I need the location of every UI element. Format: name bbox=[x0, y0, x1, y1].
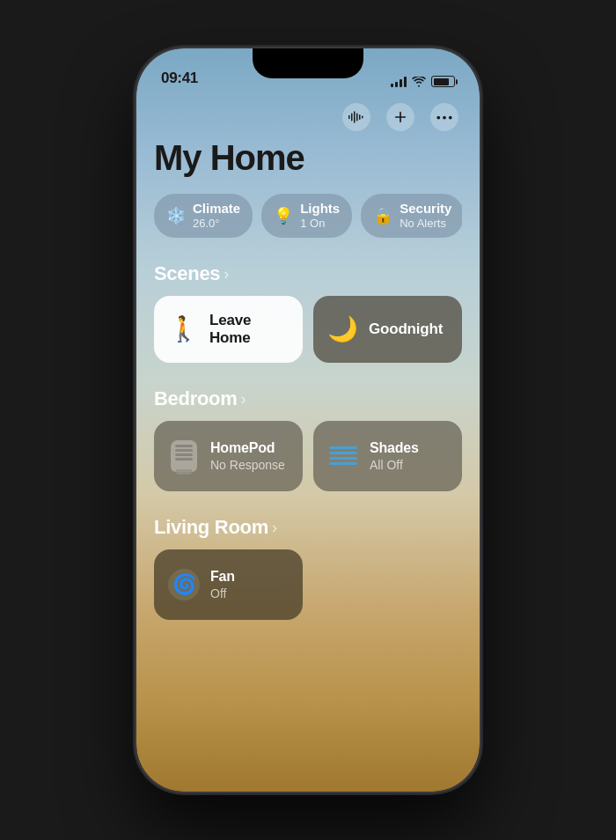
svg-point-8 bbox=[449, 115, 452, 119]
living-room-header[interactable]: Living Room › bbox=[154, 516, 462, 539]
content-area: My Home ❄️ Climate 26.0° 💡 Lights 1 On bbox=[136, 92, 480, 792]
page-title: My Home bbox=[154, 138, 462, 178]
homepod-card[interactable]: HomePod No Response bbox=[154, 421, 303, 491]
category-lights[interactable]: 💡 Lights 1 On bbox=[261, 194, 352, 238]
svg-point-7 bbox=[443, 115, 446, 119]
svg-rect-3 bbox=[356, 114, 358, 122]
fan-icon: 🌀 bbox=[168, 569, 200, 601]
lights-icon: 💡 bbox=[274, 206, 293, 225]
homepod-sub: No Response bbox=[210, 458, 285, 472]
bedroom-header[interactable]: Bedroom › bbox=[154, 387, 462, 410]
scenes-grid: 🚶 Leave Home 🌙 Goodnight bbox=[154, 296, 462, 363]
leave-home-icon: 🚶 bbox=[168, 314, 199, 343]
security-icon: 🔒 bbox=[373, 206, 392, 225]
signal-icon bbox=[391, 77, 407, 87]
notch bbox=[253, 48, 363, 78]
top-actions bbox=[154, 103, 462, 131]
shades-sub: All Off bbox=[370, 458, 419, 472]
climate-sub: 26.0° bbox=[193, 217, 240, 231]
living-room-title: Living Room bbox=[154, 516, 268, 539]
categories-row: ❄️ Climate 26.0° 💡 Lights 1 On 🔒 bbox=[154, 194, 462, 238]
bedroom-title: Bedroom bbox=[154, 387, 237, 410]
category-climate[interactable]: ❄️ Climate 26.0° bbox=[154, 194, 253, 238]
bedroom-grid: HomePod No Response bbox=[154, 421, 462, 491]
status-time: 09:41 bbox=[161, 70, 198, 87]
svg-rect-0 bbox=[348, 115, 350, 120]
fan-sub: Off bbox=[210, 586, 235, 601]
homepod-icon bbox=[168, 440, 200, 472]
climate-icon: ❄️ bbox=[166, 206, 186, 225]
add-button[interactable] bbox=[386, 103, 414, 131]
svg-rect-1 bbox=[351, 114, 353, 122]
leave-home-label: Leave Home bbox=[209, 312, 289, 347]
bedroom-chevron: › bbox=[240, 390, 246, 409]
scenes-chevron: › bbox=[224, 265, 229, 284]
category-security[interactable]: 🔒 Security No Alerts bbox=[361, 194, 462, 238]
fan-label: Fan bbox=[210, 569, 235, 585]
leave-home-card[interactable]: 🚶 Leave Home bbox=[154, 296, 303, 363]
shades-label: Shades bbox=[370, 440, 419, 456]
phone-screen: 09:41 bbox=[136, 48, 480, 792]
more-button[interactable] bbox=[430, 103, 458, 131]
scenes-title: Scenes bbox=[154, 262, 220, 285]
goodnight-card[interactable]: 🌙 Goodnight bbox=[313, 296, 462, 363]
svg-rect-4 bbox=[359, 114, 361, 120]
climate-label: Climate bbox=[193, 201, 240, 217]
shades-icon bbox=[327, 440, 359, 472]
lights-label: Lights bbox=[300, 201, 340, 217]
goodnight-icon: 🌙 bbox=[327, 314, 358, 343]
living-room-chevron: › bbox=[272, 519, 277, 537]
status-icons bbox=[391, 76, 455, 87]
svg-rect-5 bbox=[362, 116, 363, 119]
phone-frame: 09:41 bbox=[136, 48, 480, 792]
security-sub: No Alerts bbox=[400, 217, 451, 231]
battery-icon bbox=[431, 76, 455, 87]
svg-point-6 bbox=[436, 115, 440, 119]
scenes-header[interactable]: Scenes › bbox=[154, 262, 462, 285]
svg-rect-2 bbox=[354, 111, 356, 123]
security-label: Security bbox=[400, 201, 451, 217]
fan-card[interactable]: 🌀 Fan Off bbox=[154, 549, 303, 620]
lights-sub: 1 On bbox=[300, 217, 340, 231]
shades-card[interactable]: Shades All Off bbox=[313, 421, 462, 491]
goodnight-label: Goodnight bbox=[369, 321, 443, 338]
living-room-grid: 🌀 Fan Off bbox=[154, 549, 462, 620]
waveform-button[interactable] bbox=[342, 103, 370, 131]
wifi-icon bbox=[412, 77, 426, 87]
homepod-label: HomePod bbox=[210, 440, 285, 456]
